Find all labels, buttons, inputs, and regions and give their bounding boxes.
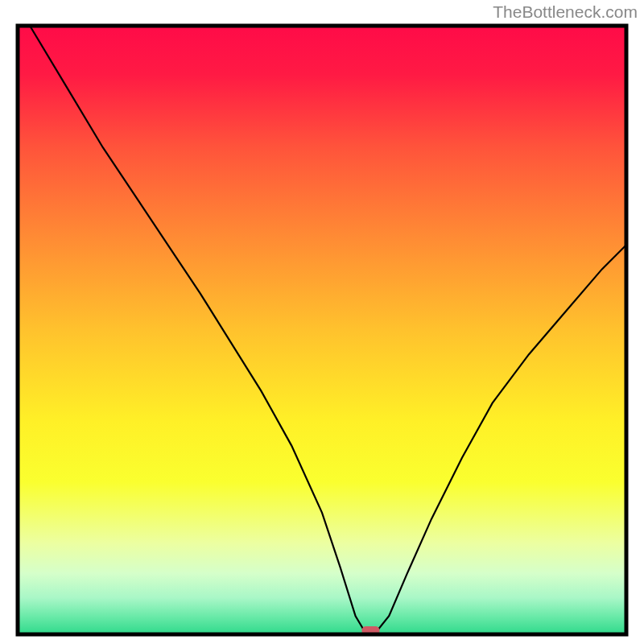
plot-background <box>18 26 626 634</box>
chart-container: TheBottleneck.com <box>0 0 644 644</box>
bottleneck-chart <box>0 0 644 644</box>
watermark-text: TheBottleneck.com <box>493 2 638 22</box>
